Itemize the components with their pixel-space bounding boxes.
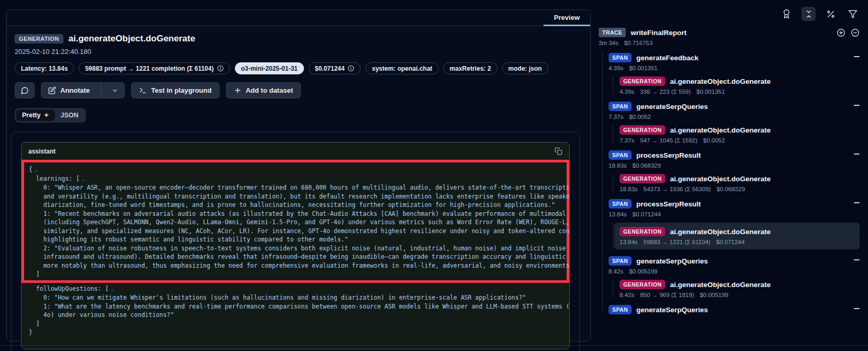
generation-title-row[interactable]: GENERATIONai.generateObject.doGenerate [620, 76, 860, 86]
span-cost: $0.068329 [633, 162, 661, 169]
add-to-dataset-button[interactable]: Add to dataset [226, 82, 301, 98]
annotate-dropdown-button[interactable] [105, 83, 124, 98]
generation-title-row[interactable]: GENERATIONai.generateObject.doGenerate [620, 227, 854, 236]
collapse-minus-icon[interactable] [854, 56, 860, 57]
generation-tokens: 850 → 969 (Σ 1819) [640, 292, 694, 298]
code-line: ] [29, 270, 562, 279]
collapse-minus-icon[interactable] [854, 202, 860, 203]
code-line: more notably than ultrasound, thus empha… [29, 261, 562, 270]
code-line: learnings: [⌄ [29, 174, 562, 184]
generation-name: ai.generateObject.doGenerate [670, 281, 771, 289]
span-cost: $0.071244 [633, 211, 661, 217]
message-role-label: assistant [28, 148, 56, 155]
pill-label: mode: json [508, 65, 542, 72]
collapse-chevron-icon[interactable]: ⌄ [111, 286, 114, 292]
info-icon[interactable] [348, 65, 354, 72]
tab-preview[interactable]: Preview [544, 10, 590, 26]
span-name: generateSerpQueries [636, 103, 708, 111]
annotation-queue-button[interactable] [779, 7, 794, 21]
metadata-pills: Latency: 13.84s59883 prompt → 1221 compl… [15, 62, 582, 74]
span-badge: SPAN [609, 305, 632, 314]
span-children: GENERATIONai.generateObject.doGenerate4.… [613, 76, 860, 95]
span-metrics: 18.83s$0.068329 [609, 162, 860, 169]
collapse-chevron-icon[interactable]: ⌄ [82, 176, 85, 182]
span-row[interactable]: SPANprocessSerpResult [609, 199, 860, 209]
generation-title-row[interactable]: GENERATIONai.generateObject.doGenerate [620, 174, 860, 183]
generation-row[interactable]: GENERATIONai.generateObject.doGenerate13… [614, 223, 860, 249]
generation-duration: 18.83s [620, 186, 638, 192]
span-name: processSerpResult [636, 200, 701, 208]
generation-name: ai.generateObject.doGenerate [670, 126, 771, 134]
code-line: 1: "What are the latency benchmarks and … [29, 302, 562, 311]
code-line: highlighting its robust semantic and lin… [29, 235, 562, 244]
span-row[interactable]: SPANgenerateSerpQueries [609, 102, 860, 111]
span-row[interactable]: SPANprocessSerpResult [609, 150, 860, 160]
span-cost: $0.005199 [629, 268, 657, 275]
generation-title-row[interactable]: GENERATIONai.generateObject.doGenerate [620, 280, 860, 289]
annotate-button[interactable]: Annotate [41, 83, 96, 98]
observation-type-badge: GENERATION [15, 34, 63, 43]
span-metrics: 8.42s$0.005199 [609, 268, 860, 275]
comment-button[interactable] [15, 82, 35, 98]
json-output: {⌄ learnings: [⌄ 0: "Whisper ASR, an ope… [21, 159, 569, 342]
view-mode-switch: Pretty ✦ JSON [15, 108, 86, 123]
filter-button[interactable] [845, 7, 860, 21]
span-duration: 13.84s [609, 211, 627, 217]
fold-vertical-icon [804, 9, 813, 19]
award-icon [782, 9, 791, 19]
output-container: assistant {⌄ learnings: [⌄ 0: "Whisper A… [11, 131, 580, 351]
code-line: 0: "How can we mitigate Whisper's limita… [29, 293, 562, 302]
trace-badge: TRACE [599, 28, 626, 37]
circle-plus-icon[interactable] [837, 28, 845, 37]
collapse-chevron-icon[interactable]: ⌄ [35, 167, 38, 172]
collapse-minus-icon[interactable] [854, 105, 860, 106]
code-line: } [29, 328, 562, 337]
generation-cost: $0.005199 [700, 292, 728, 298]
collapse-minus-icon[interactable] [854, 308, 860, 309]
span-row[interactable]: SPANgenerateSerpQueries [609, 256, 860, 266]
copy-icon[interactable] [555, 147, 562, 155]
generation-metrics: 13.84s59883 → 1221 (Σ 61104)$0.071244 [620, 239, 854, 245]
generation-row[interactable]: GENERATIONai.generateObject.doGenerate8.… [620, 280, 860, 298]
percent-metrics-button[interactable] [823, 7, 838, 21]
generation-metrics: 4.39s336 → 223 (Σ 559)$0.001351 [620, 89, 860, 95]
generation-row[interactable]: GENERATIONai.generateObject.doGenerate4.… [620, 76, 860, 95]
metadata-pill: system: openai.chat [365, 62, 438, 74]
span-metrics: 13.84s$0.071244 [609, 211, 860, 217]
generation-header: GENERATION ai.generateObject.doGenerate [15, 34, 582, 44]
edit-icon [48, 86, 56, 94]
generation-duration: 13.84s [620, 239, 638, 245]
pill-label: 59883 prompt → 1221 completion (Σ 61104) [85, 65, 213, 72]
generation-duration: 4.39s [620, 89, 634, 95]
span-row[interactable]: SPANgenerateFeedback [609, 53, 860, 62]
generation-badge: GENERATION [620, 227, 665, 236]
plus-icon [234, 86, 242, 94]
pill-label: maxRetries: 2 [450, 65, 491, 72]
info-icon[interactable] [217, 65, 224, 72]
collapse-minus-icon[interactable] [854, 153, 860, 155]
page-title: ai.generateObject.doGenerate [69, 34, 196, 44]
collapse-minus-icon[interactable] [854, 259, 860, 260]
generation-title-row[interactable]: GENERATIONai.generateObject.doGenerate [620, 125, 860, 135]
generation-duration: 7.37s [620, 137, 634, 144]
trace-root-row[interactable]: TRACE writeFinalReport [599, 28, 860, 37]
percent-icon [826, 9, 836, 19]
span-children: GENERATIONai.generateObject.doGenerate18… [613, 174, 860, 192]
generation-tokens: 54373 → 1936 (Σ 56309) [644, 186, 711, 192]
generation-cost: $0.0052 [703, 137, 725, 144]
span-row[interactable]: SPANgenerateSerpQueries [609, 305, 860, 314]
collapse-all-button[interactable] [801, 7, 816, 21]
observation-timestamp: 2025-02-10 21:22:40.180 [15, 48, 582, 56]
generation-metrics: 8.42s850 → 969 (Σ 1819)$0.005199 [620, 292, 860, 298]
test-in-playground-button[interactable]: Test in playground [131, 82, 219, 98]
span-name: processSerpResult [636, 151, 701, 159]
generation-row[interactable]: GENERATIONai.generateObject.doGenerate7.… [620, 125, 860, 144]
span-badge: SPAN [609, 102, 632, 111]
panel-tabrow: Preview [7, 10, 590, 26]
tab-json[interactable]: JSON [55, 109, 84, 121]
circle-minus-icon[interactable] [851, 28, 860, 37]
generation-row[interactable]: GENERATIONai.generateObject.doGenerate18… [620, 174, 860, 192]
tab-pretty[interactable]: Pretty ✦ [16, 109, 55, 121]
annotate-button-group: Annotate [41, 82, 125, 98]
metadata-pill: 59883 prompt → 1221 completion (Σ 61104) [79, 62, 230, 74]
